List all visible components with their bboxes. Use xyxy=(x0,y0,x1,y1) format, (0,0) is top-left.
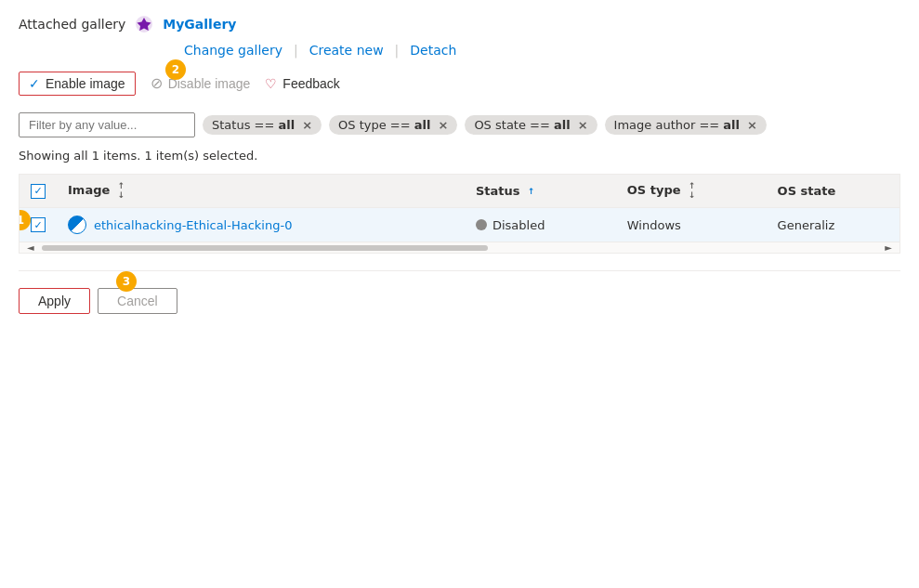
table-wrapper: 1 Image ↑↓ Status ↑ xyxy=(19,174,900,254)
th-select-all[interactable] xyxy=(20,175,57,208)
disable-image-button[interactable]: ⊘ Disable image xyxy=(151,71,251,96)
enable-disable-row: 2 ✓ Enable image ⊘ Disable image ♡ Feedb… xyxy=(19,71,900,96)
image-cell: ethicalhacking-Ethical-Hacking-0 xyxy=(68,216,453,234)
th-osstate: OS state xyxy=(767,175,899,208)
th-osstate-label: OS state xyxy=(778,184,836,198)
table-header-row: Image ↑↓ Status ↑ OS type ↑↓ xyxy=(20,175,899,208)
filter-chip-osstate: OS state == all × xyxy=(465,115,597,135)
check-icon: ✓ xyxy=(29,76,40,91)
image-name-link[interactable]: ethicalhacking-Ethical-Hacking-0 xyxy=(94,218,292,232)
filter-osstate-remove[interactable]: × xyxy=(578,118,588,132)
feedback-label: Feedback xyxy=(282,76,339,91)
td-osstate: Generaliz xyxy=(767,208,899,242)
th-ostype-label: OS type xyxy=(627,183,681,197)
th-status: Status ↑ xyxy=(465,175,616,208)
gallery-icon xyxy=(135,15,153,33)
scroll-area: ◄ ► xyxy=(20,242,899,253)
step-badge-3: 3 xyxy=(116,271,137,292)
filter-osstate-label: OS state == all xyxy=(474,118,570,132)
sort-status-icon[interactable]: ↑ xyxy=(528,188,535,196)
filter-row: Status == all × OS type == all × OS stat… xyxy=(19,112,900,137)
status-label: Disabled xyxy=(492,218,545,232)
filter-chip-author: Image author == all × xyxy=(605,115,767,135)
filter-input[interactable] xyxy=(19,112,195,137)
step-badge-1: 1 xyxy=(19,210,31,230)
step-badge-2: 2 xyxy=(165,59,186,80)
action-links-row: Change gallery | Create new | Detach xyxy=(184,43,900,58)
detach-link[interactable]: Detach xyxy=(399,43,467,58)
status-dot xyxy=(476,219,487,230)
td-status: Disabled xyxy=(465,208,616,242)
enable-image-label: Enable image xyxy=(46,76,125,91)
filter-author-label: Image author == all xyxy=(614,118,740,132)
th-status-label: Status xyxy=(476,184,520,198)
filter-chip-status: Status == all × xyxy=(203,115,322,135)
image-icon xyxy=(68,216,86,234)
scroll-thumb[interactable] xyxy=(42,245,488,251)
change-gallery-link[interactable]: Change gallery xyxy=(184,43,294,58)
gallery-name-link[interactable]: MyGallery xyxy=(163,17,236,32)
footer-row: 3 Apply Cancel xyxy=(19,288,900,314)
attached-gallery-label: Attached gallery xyxy=(19,17,125,32)
data-table: Image ↑↓ Status ↑ OS type ↑↓ xyxy=(20,175,899,242)
filter-chip-ostype: OS type == all × xyxy=(329,115,457,135)
footer-divider xyxy=(19,270,900,271)
filter-status-remove[interactable]: × xyxy=(302,118,312,132)
select-all-checkbox[interactable] xyxy=(31,184,46,199)
td-image: ethicalhacking-Ethical-Hacking-0 xyxy=(57,208,465,242)
cancel-button[interactable]: Cancel xyxy=(98,288,177,314)
create-new-link[interactable]: Create new xyxy=(298,43,395,58)
td-ostype: Windows xyxy=(616,208,767,242)
table-row: ethicalhacking-Ethical-Hacking-0 Disable… xyxy=(20,208,899,242)
disable-icon: ⊘ xyxy=(151,74,163,92)
status-cell: Disabled xyxy=(476,218,605,232)
feedback-button[interactable]: ♡ Feedback xyxy=(265,72,339,95)
apply-button[interactable]: Apply xyxy=(19,288,90,314)
sort-image-icon[interactable]: ↑↓ xyxy=(118,182,125,200)
filter-ostype-label: OS type == all xyxy=(338,118,430,132)
filter-ostype-remove[interactable]: × xyxy=(438,118,448,132)
filter-author-remove[interactable]: × xyxy=(747,118,757,132)
filter-status-label: Status == all xyxy=(212,118,295,132)
heart-icon: ♡ xyxy=(265,76,277,91)
th-image-label: Image xyxy=(68,183,110,197)
sort-ostype-icon[interactable]: ↑↓ xyxy=(689,182,696,200)
th-ostype: OS type ↑↓ xyxy=(616,175,767,208)
enable-image-button[interactable]: ✓ Enable image xyxy=(19,72,136,96)
count-text: Showing all 1 items. 1 item(s) selected. xyxy=(19,149,900,163)
scroll-right-arrow[interactable]: ► xyxy=(881,242,896,253)
scroll-left-arrow[interactable]: ◄ xyxy=(23,242,38,253)
row-checkbox[interactable] xyxy=(31,217,46,232)
th-image: Image ↑↓ xyxy=(57,175,465,208)
attached-gallery-row: Attached gallery MyGallery xyxy=(19,15,900,33)
